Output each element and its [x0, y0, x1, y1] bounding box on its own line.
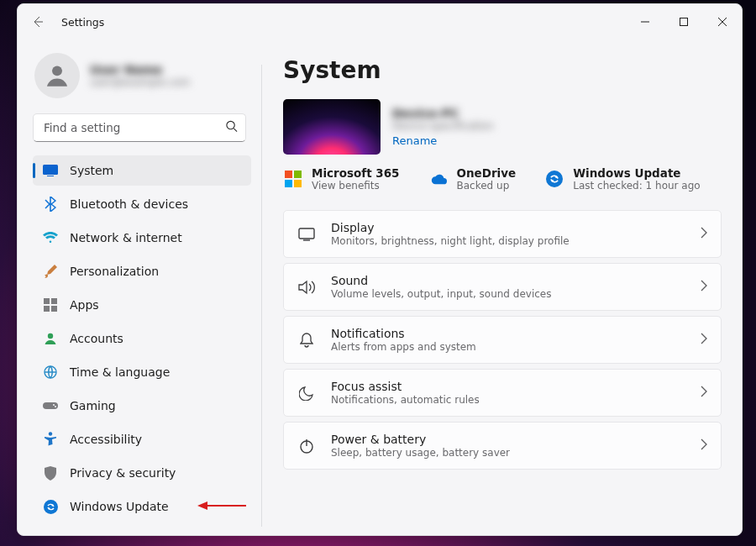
chevron-right-icon: [701, 226, 707, 242]
sidebar-item-bluetooth[interactable]: Bluetooth & devices: [33, 189, 251, 219]
maximize-button[interactable]: [664, 8, 703, 35]
card-sub: Sleep, battery usage, battery saver: [331, 447, 685, 459]
sidebar-item-label: Privacy & security: [70, 466, 176, 480]
card-title: Focus assist: [331, 380, 685, 393]
apps-icon: [43, 297, 58, 312]
main-content: System Device-PC Device specification Re…: [261, 39, 742, 535]
svg-rect-7: [44, 306, 50, 312]
svg-rect-6: [51, 298, 57, 304]
cloud-status-row: Microsoft 365 View benefits OneDrive Bac…: [285, 166, 722, 192]
cloud-item-onedrive[interactable]: OneDrive Backed up: [430, 166, 517, 192]
moon-icon: [297, 384, 316, 402]
minimize-button[interactable]: [626, 8, 664, 35]
cloud-title: OneDrive: [457, 166, 517, 180]
minimize-icon: [641, 18, 649, 26]
settings-window: Settings User Name user@example.com: [17, 3, 743, 536]
maximize-icon: [680, 18, 688, 26]
sidebar-item-accessibility[interactable]: Accessibility: [33, 424, 251, 454]
titlebar: Settings: [18, 4, 742, 39]
sidebar-item-label: Time & language: [70, 365, 170, 379]
onedrive-icon: [430, 171, 447, 187]
sidebar-item-label: Bluetooth & devices: [70, 197, 188, 211]
svg-point-15: [44, 500, 58, 514]
device-spec: Device specification: [392, 120, 494, 132]
wallpaper-preview[interactable]: [283, 99, 381, 155]
globe-icon: [43, 365, 58, 380]
sidebar-item-privacy[interactable]: Privacy & security: [33, 458, 251, 488]
window-controls: [626, 8, 742, 35]
sidebar-item-label: Personalization: [70, 265, 159, 278]
gamepad-icon: [43, 398, 58, 413]
cloud-title: Microsoft 365: [312, 166, 400, 180]
profile-meta: User Name user@example.com: [90, 63, 190, 88]
card-title: Notifications: [331, 327, 685, 340]
window-title: Settings: [61, 16, 104, 29]
person-icon: [43, 61, 71, 90]
sidebar-item-accounts[interactable]: Accounts: [33, 323, 251, 354]
card-sub: Notifications, automatic rules: [331, 394, 685, 406]
svg-point-1: [52, 66, 62, 76]
sidebar-item-personalization[interactable]: Personalization: [33, 256, 251, 286]
chevron-right-icon: [701, 279, 707, 295]
chevron-right-icon: [701, 438, 707, 454]
card-title: Power & battery: [331, 433, 685, 446]
device-name: Device-PC: [392, 107, 494, 120]
sidebar-item-system[interactable]: System: [33, 155, 251, 186]
arrow-left-icon: [31, 15, 45, 29]
person-icon: [43, 331, 58, 346]
svg-point-18: [546, 171, 563, 187]
sidebar-item-gaming[interactable]: Gaming: [33, 391, 251, 421]
cloud-item-m365[interactable]: Microsoft 365 View benefits: [285, 166, 400, 192]
svg-point-14: [49, 432, 52, 435]
main-scroll[interactable]: System Device-PC Device specification Re…: [283, 39, 737, 535]
sidebar-item-windows-update[interactable]: Windows Update: [33, 491, 251, 522]
search-field: [33, 113, 246, 142]
page-title: System: [283, 56, 722, 84]
card-display[interactable]: DisplayMonitors, brightness, night light…: [283, 210, 722, 258]
cloud-sub: Backed up: [457, 180, 517, 192]
cloud-sub: Last checked: 1 hour ago: [573, 180, 700, 192]
svg-point-9: [48, 333, 53, 339]
back-button[interactable]: [29, 13, 46, 30]
sound-icon: [297, 278, 316, 297]
svg-point-13: [55, 406, 56, 407]
avatar: [34, 53, 80, 98]
display-icon: [297, 225, 316, 244]
cloud-title: Windows Update: [573, 166, 700, 180]
bell-icon: [297, 331, 316, 349]
svg-point-12: [53, 404, 55, 406]
card-sub: Alerts from apps and system: [331, 341, 685, 353]
profile-block[interactable]: User Name user@example.com: [33, 46, 255, 110]
sidebar-item-label: Windows Update: [70, 500, 169, 513]
sidebar-item-label: Apps: [70, 298, 99, 312]
card-focus-assist[interactable]: Focus assistNotifications, automatic rul…: [283, 369, 722, 417]
cloud-sub: View benefits: [312, 180, 400, 192]
microsoft-365-icon: [285, 171, 302, 187]
sidebar-nav: System Bluetooth & devices Network & int…: [33, 155, 255, 522]
power-icon: [297, 437, 316, 455]
svg-rect-8: [51, 306, 57, 312]
search-input[interactable]: [33, 113, 246, 142]
sidebar-item-time[interactable]: Time & language: [33, 357, 251, 387]
rename-link[interactable]: Rename: [392, 134, 437, 147]
svg-rect-5: [44, 298, 50, 304]
search-icon: [225, 120, 238, 136]
device-row: Device-PC Device specification Rename: [283, 99, 722, 155]
close-button[interactable]: [703, 8, 742, 35]
sidebar-item-network[interactable]: Network & internet: [33, 223, 251, 253]
card-sub: Monitors, brightness, night light, displ…: [331, 235, 685, 247]
card-title: Display: [331, 221, 685, 234]
svg-rect-0: [680, 18, 688, 26]
svg-rect-19: [299, 228, 314, 239]
svg-rect-4: [47, 176, 54, 176]
settings-cards: DisplayMonitors, brightness, night light…: [283, 210, 722, 470]
sync-icon: [43, 499, 58, 514]
card-power[interactable]: Power & batterySleep, battery usage, bat…: [283, 422, 722, 470]
sidebar-item-apps[interactable]: Apps: [33, 290, 251, 320]
cloud-item-update[interactable]: Windows Update Last checked: 1 hour ago: [546, 166, 700, 192]
card-notifications[interactable]: NotificationsAlerts from apps and system: [283, 316, 722, 364]
wifi-icon: [43, 230, 58, 245]
chevron-right-icon: [701, 332, 707, 348]
card-sound[interactable]: SoundVolume levels, output, input, sound…: [283, 263, 722, 311]
svg-rect-3: [43, 165, 58, 175]
